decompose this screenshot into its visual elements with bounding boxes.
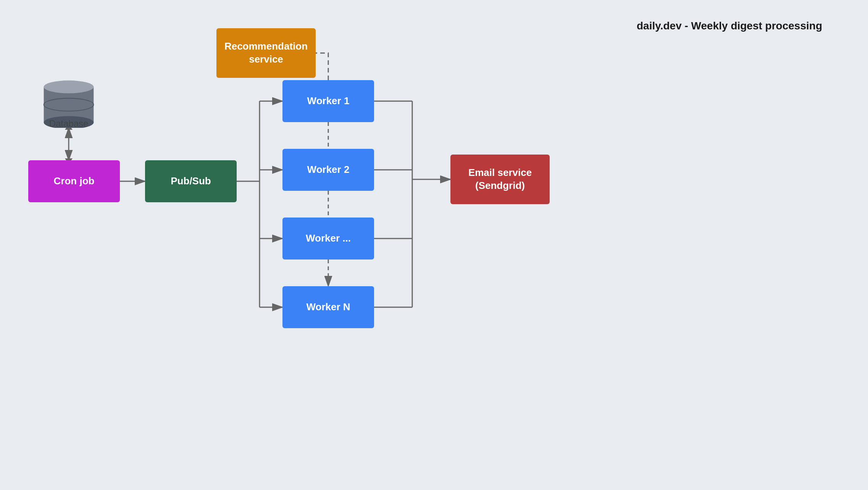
diagram-canvas: daily.dev - Weekly digest processing bbox=[0, 0, 868, 490]
worker2-node: Worker 2 bbox=[282, 149, 374, 191]
pubsub-node: Pub/Sub bbox=[145, 160, 237, 202]
email-node: Email service (Sendgrid) bbox=[450, 155, 550, 204]
diagram-title: daily.dev - Weekly digest processing bbox=[637, 20, 822, 32]
svg-point-25 bbox=[44, 81, 94, 93]
cron-node: Cron job bbox=[28, 160, 120, 202]
recommendation-node: Recommendation service bbox=[216, 28, 316, 78]
diagram-arrows bbox=[0, 0, 868, 490]
worker-ellipsis-node: Worker ... bbox=[282, 218, 374, 260]
worker1-node: Worker 1 bbox=[282, 80, 374, 122]
workerN-node: Worker N bbox=[282, 286, 374, 328]
database-label: Database bbox=[42, 118, 95, 129]
